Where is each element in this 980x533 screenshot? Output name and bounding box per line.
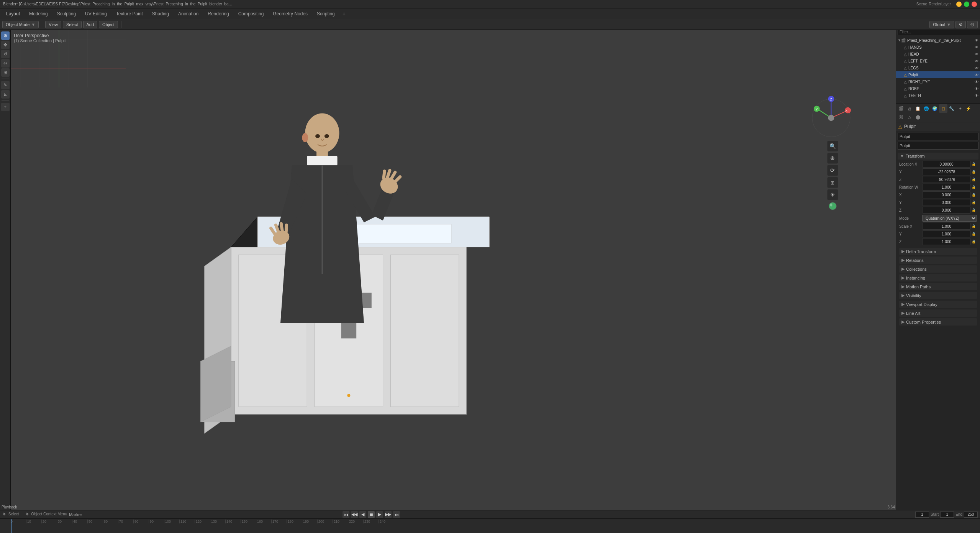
- ws-tab-layout[interactable]: Layout: [2, 8, 25, 19]
- scale-z-lock[interactable]: 🔒: [972, 240, 977, 243]
- legs-visibility[interactable]: 👁: [975, 66, 978, 70]
- visibility-eye[interactable]: 👁: [975, 38, 978, 43]
- view-layer-props-btn[interactable]: 📋: [914, 104, 922, 113]
- location-y-value[interactable]: -22.02378: [922, 168, 971, 175]
- object-props-btn[interactable]: ◻: [939, 104, 947, 113]
- ws-tab-modeling[interactable]: Modeling: [25, 8, 52, 19]
- ws-tab-animation[interactable]: Animation: [174, 8, 203, 19]
- outliner-item-pulpit[interactable]: △ Pulpit 👁: [896, 71, 980, 78]
- mode-selector[interactable]: Object Mode ▼: [2, 21, 39, 28]
- scale-z-value[interactable]: 1.000: [922, 238, 971, 245]
- material-props-btn[interactable]: ⬤: [914, 113, 922, 121]
- transform-section-header[interactable]: ▼ Transform: [898, 153, 978, 160]
- proportional-edit[interactable]: ◎: [967, 21, 978, 28]
- rotation-mode-select[interactable]: Quaternion (WXYZ): [922, 215, 977, 222]
- rotation-x-lock[interactable]: 🔒: [972, 193, 977, 197]
- minimize-button[interactable]: [956, 2, 962, 7]
- scale-tool[interactable]: ⇔: [1, 59, 10, 67]
- location-y-lock[interactable]: 🔒: [972, 170, 977, 174]
- output-props-btn[interactable]: 🖨: [905, 104, 914, 113]
- add-workspace-button[interactable]: +: [339, 9, 349, 18]
- close-button[interactable]: [972, 2, 977, 7]
- modifier-props-btn[interactable]: 🔧: [947, 104, 956, 113]
- select-menu[interactable]: Select: [63, 21, 82, 28]
- add-tool[interactable]: +: [1, 103, 10, 111]
- move-tool[interactable]: ✥: [1, 41, 10, 49]
- ws-tab-geometry[interactable]: Geometry Nodes: [268, 8, 312, 19]
- rotation-w-lock[interactable]: 🔒: [972, 185, 977, 189]
- mesh-name-input[interactable]: [898, 142, 978, 150]
- ws-tab-scripting[interactable]: Scripting: [312, 8, 339, 19]
- jump-start-btn[interactable]: ⏮: [343, 511, 349, 518]
- ws-tab-rendering[interactable]: Rendering: [203, 8, 233, 19]
- constraints-props-btn[interactable]: ⛓: [897, 113, 905, 121]
- visibility-btn[interactable]: ▶ Visibility: [899, 292, 977, 299]
- view-menu[interactable]: View: [45, 21, 61, 28]
- relations-btn[interactable]: ▶ Relations: [899, 257, 977, 264]
- play-reverse-btn[interactable]: ◀: [359, 511, 366, 518]
- physics-props-btn[interactable]: ⚡: [964, 104, 973, 113]
- motion-paths-btn[interactable]: ▶ Motion Paths: [899, 283, 977, 290]
- global-selector[interactable]: Global ▼: [929, 21, 954, 28]
- marker-menu[interactable]: Marker: [67, 512, 84, 518]
- rotate-tool[interactable]: ↺: [1, 50, 10, 58]
- object-name-input[interactable]: [898, 133, 978, 140]
- hands-visibility[interactable]: 👁: [975, 45, 978, 49]
- leye-visibility[interactable]: 👁: [975, 59, 978, 63]
- data-props-btn[interactable]: △: [905, 113, 914, 121]
- ws-tab-uv[interactable]: UV Editing: [80, 8, 111, 19]
- outliner-item-robe[interactable]: △ ROBE 👁: [896, 85, 980, 92]
- rotation-z-lock[interactable]: 🔒: [972, 208, 977, 212]
- render-props-btn[interactable]: 🎬: [897, 104, 905, 113]
- outliner-item-left-eye[interactable]: △ LEFT_EYE 👁: [896, 58, 980, 64]
- cursor-tool[interactable]: ⊕: [1, 31, 10, 40]
- ws-tab-shading[interactable]: Shading: [147, 8, 174, 19]
- end-frame-input[interactable]: [964, 512, 978, 518]
- next-keyframe-btn[interactable]: ▶▶: [385, 511, 392, 518]
- teeth-visibility[interactable]: 👁: [975, 94, 978, 98]
- outliner-item-legs[interactable]: △ LEGS 👁: [896, 64, 980, 71]
- ws-tab-texture[interactable]: Texture Paint: [111, 8, 147, 19]
- start-frame-input[interactable]: [940, 512, 954, 518]
- rotation-y-lock[interactable]: 🔒: [972, 201, 977, 204]
- snap-button[interactable]: ⊙: [955, 21, 966, 28]
- transform-tool[interactable]: ⊞: [1, 68, 10, 77]
- line-art-btn[interactable]: ▶ Line Art: [899, 309, 977, 317]
- viewport-display-btn[interactable]: ▶ Viewport Display: [899, 301, 977, 308]
- scale-x-value[interactable]: 1.000: [922, 223, 971, 230]
- rotation-y-value[interactable]: 0.000: [922, 199, 971, 206]
- location-z-value[interactable]: -90.92076: [922, 176, 971, 183]
- jump-end-btn[interactable]: ⏭: [393, 511, 400, 518]
- location-x-value[interactable]: 0.00000: [922, 161, 971, 168]
- rotation-w-value[interactable]: 1.000: [922, 184, 971, 191]
- ws-tab-sculpting[interactable]: Sculpting: [52, 8, 80, 19]
- scale-x-lock[interactable]: 🔒: [972, 224, 977, 228]
- scene-props-btn[interactable]: 🌐: [922, 104, 931, 113]
- viewport[interactable]: User Perspective (1) Scene Collection | …: [11, 30, 896, 510]
- ws-tab-compositing[interactable]: Compositing: [234, 8, 269, 19]
- timeline-frame-area[interactable]: 0 10 20 30 40 50 60 70 80 90 100 110 120…: [0, 519, 980, 533]
- robe-visibility[interactable]: 👁: [975, 87, 978, 91]
- scale-y-lock[interactable]: 🔒: [972, 232, 977, 236]
- play-btn[interactable]: ▶: [376, 511, 383, 518]
- add-menu[interactable]: Add: [83, 21, 98, 28]
- location-z-lock[interactable]: 🔒: [972, 178, 977, 181]
- outliner-item-right-eye[interactable]: △ RIGHT_EYE 👁: [896, 78, 980, 85]
- instancing-btn[interactable]: ▶ Instancing: [899, 274, 977, 281]
- object-menu[interactable]: Object: [99, 21, 118, 28]
- collections-btn[interactable]: ▶ Collections: [899, 265, 977, 273]
- world-props-btn[interactable]: 🌍: [931, 104, 939, 113]
- outliner-item-scene[interactable]: ▼ 🎬 Priest_Preaching_in_the_Pulpit 👁: [896, 37, 980, 44]
- reye-visibility[interactable]: 👁: [975, 80, 978, 84]
- custom-properties-btn[interactable]: ▶ Custom Properties: [899, 318, 977, 326]
- outliner-item-teeth[interactable]: △ TEETH 👁: [896, 92, 980, 99]
- rotation-z-value[interactable]: 0.000: [922, 207, 971, 214]
- outliner-item-hands[interactable]: △ HANDS 👁: [896, 44, 980, 51]
- stop-btn[interactable]: ⏹: [368, 511, 375, 518]
- location-x-lock[interactable]: 🔒: [972, 162, 977, 166]
- rotation-x-value[interactable]: 0.000: [922, 191, 971, 198]
- timeline-ruler-container[interactable]: 0 10 20 30 40 50 60 70 80 90 100 110 120…: [11, 519, 903, 533]
- delta-transform-btn[interactable]: ▶ Delta Transform: [899, 248, 977, 255]
- scale-y-value[interactable]: 1.000: [922, 230, 971, 237]
- outliner-item-head[interactable]: △ HEAD 👁: [896, 51, 980, 58]
